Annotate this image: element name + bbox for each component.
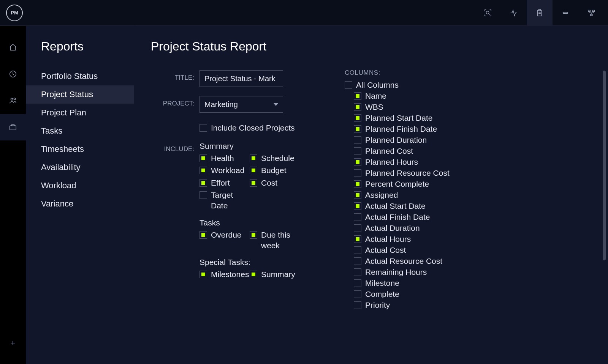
label-columns: COLUMNS: bbox=[345, 69, 591, 77]
people-icon[interactable] bbox=[0, 87, 26, 114]
include-label: Overdue bbox=[211, 230, 242, 240]
svg-rect-6 bbox=[590, 14, 592, 16]
checkbox-col-actual-resource-cost[interactable] bbox=[354, 257, 361, 265]
checkbox-col-all-columns[interactable] bbox=[345, 81, 352, 89]
column-label: Actual Resource Cost bbox=[365, 257, 442, 266]
checkbox-col-actual-hours[interactable] bbox=[354, 235, 361, 243]
checkbox-col-name[interactable] bbox=[354, 92, 361, 100]
scan-zoom-icon[interactable] bbox=[475, 0, 501, 26]
hierarchy-icon[interactable] bbox=[578, 0, 604, 26]
include-label: Health bbox=[211, 153, 234, 164]
activity-icon[interactable] bbox=[501, 0, 527, 26]
project-select[interactable]: Marketing bbox=[200, 96, 283, 113]
column-label: Percent Complete bbox=[365, 180, 429, 189]
include-label: Workload bbox=[211, 165, 244, 176]
page-title: Project Status Report bbox=[151, 39, 318, 54]
svg-rect-3 bbox=[563, 12, 568, 14]
project-select-value: Marketing bbox=[204, 100, 238, 109]
sidebar-rail: + bbox=[0, 26, 26, 364]
column-label: WBS bbox=[365, 102, 383, 112]
column-label: Planned Start Date bbox=[365, 113, 432, 123]
checkbox-milestones[interactable] bbox=[200, 271, 207, 278]
checkbox-col-planned-start-date[interactable] bbox=[354, 114, 361, 122]
column-label: Complete bbox=[365, 290, 399, 299]
svg-rect-4 bbox=[588, 10, 591, 11]
svg-point-0 bbox=[486, 11, 489, 14]
checkbox-col-actual-duration[interactable] bbox=[354, 224, 361, 232]
sidebar-panel: Reports Portfolio StatusProject StatusPr… bbox=[26, 26, 134, 364]
column-label: Actual Duration bbox=[365, 224, 420, 233]
sidebar-item-project-status[interactable]: Project Status bbox=[26, 85, 134, 104]
sidebar-item-tasks[interactable]: Tasks bbox=[26, 122, 134, 140]
checkbox-col-milestone[interactable] bbox=[354, 279, 361, 287]
column-label: Actual Finish Date bbox=[365, 213, 430, 222]
clock-icon[interactable] bbox=[0, 61, 26, 87]
content-area: Project Status Report TITLE: PROJECT: Ma… bbox=[134, 26, 608, 364]
checkbox-col-wbs[interactable] bbox=[354, 103, 361, 111]
checkbox-col-planned-finish-date[interactable] bbox=[354, 125, 361, 133]
sidebar-item-project-plan[interactable]: Project Plan bbox=[26, 104, 134, 122]
checkbox-budget[interactable] bbox=[250, 167, 257, 174]
checkbox-col-planned-duration[interactable] bbox=[354, 136, 361, 144]
checkbox-due-this-week[interactable] bbox=[250, 231, 257, 239]
include-label: Due this week bbox=[261, 230, 294, 251]
column-label: Milestone bbox=[365, 279, 399, 288]
checkbox-workload[interactable] bbox=[200, 167, 207, 174]
column-label: Priority bbox=[365, 301, 390, 310]
label-include-closed: Include Closed Projects bbox=[211, 123, 295, 132]
checkbox-summary[interactable] bbox=[250, 271, 257, 278]
checkbox-target-date[interactable] bbox=[200, 191, 207, 199]
minus-rect-icon[interactable] bbox=[553, 0, 578, 26]
top-icon-group bbox=[475, 0, 604, 26]
checkbox-col-remaining-hours[interactable] bbox=[354, 268, 361, 276]
logo-pm[interactable]: PM bbox=[6, 5, 23, 21]
column-label: Remaining Hours bbox=[365, 268, 427, 277]
checkbox-include-closed[interactable] bbox=[200, 124, 207, 132]
checkbox-col-planned-cost[interactable] bbox=[354, 147, 361, 155]
svg-point-8 bbox=[11, 98, 13, 101]
sidebar-item-variance[interactable]: Variance bbox=[26, 195, 134, 213]
briefcase-icon[interactable] bbox=[0, 114, 26, 140]
include-label: Effort bbox=[211, 178, 230, 188]
sidebar-item-timesheets[interactable]: Timesheets bbox=[26, 140, 134, 158]
checkbox-col-actual-finish-date[interactable] bbox=[354, 213, 361, 221]
include-tasks-heading: Tasks bbox=[200, 218, 318, 227]
include-label: Schedule bbox=[261, 153, 294, 164]
checkbox-col-planned-resource-cost[interactable] bbox=[354, 169, 361, 177]
svg-rect-10 bbox=[10, 126, 16, 130]
column-label: All Columns bbox=[356, 80, 399, 90]
title-input[interactable] bbox=[200, 70, 283, 87]
include-label: Budget bbox=[261, 165, 287, 176]
clipboard-icon[interactable] bbox=[527, 0, 553, 26]
label-title: TITLE: bbox=[151, 70, 194, 82]
column-label: Planned Hours bbox=[365, 158, 418, 167]
svg-point-9 bbox=[14, 98, 16, 100]
checkbox-col-actual-cost[interactable] bbox=[354, 246, 361, 254]
scrollbar[interactable] bbox=[603, 71, 606, 260]
topbar: PM bbox=[0, 0, 608, 26]
checkbox-schedule[interactable] bbox=[250, 154, 257, 162]
include-label: Summary bbox=[261, 269, 295, 280]
checkbox-health[interactable] bbox=[200, 154, 207, 162]
checkbox-col-assigned[interactable] bbox=[354, 191, 361, 199]
checkbox-overdue[interactable] bbox=[200, 231, 207, 239]
column-label: Actual Start Date bbox=[365, 202, 426, 211]
sidebar-item-availability[interactable]: Availability bbox=[26, 158, 134, 176]
sidebar-item-portfolio-status[interactable]: Portfolio Status bbox=[26, 67, 134, 85]
checkbox-col-planned-hours[interactable] bbox=[354, 158, 361, 166]
checkbox-effort[interactable] bbox=[200, 179, 207, 187]
checkbox-col-priority[interactable] bbox=[354, 301, 361, 309]
home-icon[interactable] bbox=[0, 34, 26, 61]
include-label: Milestones bbox=[211, 269, 249, 280]
column-label: Planned Cost bbox=[365, 147, 413, 156]
column-label: Planned Resource Cost bbox=[365, 169, 450, 178]
checkbox-col-complete[interactable] bbox=[354, 290, 361, 298]
chevron-down-icon bbox=[274, 103, 278, 106]
svg-rect-5 bbox=[592, 10, 595, 11]
column-label: Name bbox=[365, 91, 386, 101]
checkbox-col-actual-start-date[interactable] bbox=[354, 202, 361, 210]
sidebar-item-workload[interactable]: Workload bbox=[26, 176, 134, 195]
add-icon[interactable]: + bbox=[0, 330, 26, 356]
checkbox-col-percent-complete[interactable] bbox=[354, 180, 361, 188]
checkbox-cost[interactable] bbox=[250, 179, 257, 187]
